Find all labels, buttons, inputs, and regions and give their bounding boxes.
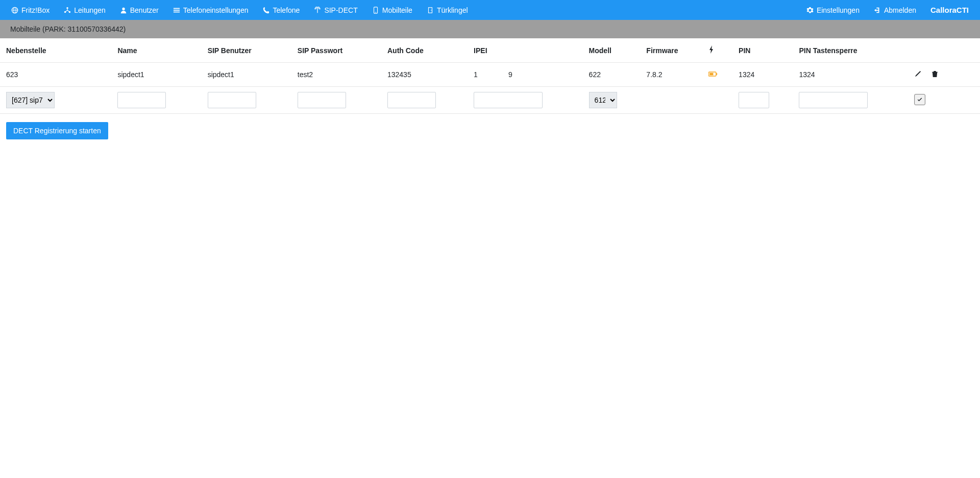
th-pin: PIN [732,38,793,63]
antenna-icon [314,7,321,14]
nav-label: Fritz!Box [21,6,50,14]
cell-new-nebenstelle: [627] sip7 [0,87,111,114]
nav-sip-dect[interactable]: SIP-DECT [307,0,364,20]
battery-icon [708,71,718,77]
cell-pin: 1324 [732,63,793,87]
th-auth-code: Auth Code [381,38,468,63]
check-icon [917,97,923,103]
name-input[interactable] [117,92,166,108]
pencil-icon [914,70,922,78]
ipei-input[interactable] [474,92,543,108]
cell-auth-code: 132435 [381,63,468,87]
nav-einstellungen[interactable]: Einstellungen [799,0,867,20]
table-row: 623 sipdect1 sipdect1 test2 132435 1 9 6… [0,63,980,87]
pin-input[interactable] [739,92,769,108]
sip-pass-input[interactable] [298,92,346,108]
svg-rect-8 [174,10,180,11]
th-nebenstelle: Nebenstelle [0,38,111,63]
table-header-row: Nebenstelle Name SIP Benutzer SIP Passwo… [0,38,980,63]
cell-pinlock: 1324 [793,63,908,87]
user-icon [120,7,127,14]
th-name: Name [111,38,201,63]
nav-right: Einstellungen Abmelden CalloraCTI [799,0,976,20]
phone-icon [262,7,270,14]
gear-icon [806,7,814,14]
bolt-icon [708,45,715,54]
nav-label: Telefoneinstellungen [183,6,249,14]
page-title: Mobilteile (PARK: 31100570336442) [0,20,980,38]
nav-label: Telefone [273,6,300,14]
nav-label: Türklingel [437,6,468,14]
device-icon [372,7,379,14]
th-firmware: Firmware [640,38,702,63]
modell-select[interactable]: 612 [589,92,617,108]
cell-nebenstelle: 623 [0,63,111,87]
th-sip-user: SIP Benutzer [202,38,291,63]
nav-fritzbox[interactable]: Fritz!Box [4,0,57,20]
cell-modell: 622 [583,63,641,87]
nav-left: Fritz!Box Leitungen Benutzer Telefoneins… [4,0,475,20]
ipei-a: 1 [474,70,478,79]
trash-icon [931,70,939,78]
mobilteile-table: Nebenstelle Name SIP Benutzer SIP Passwo… [0,38,980,114]
nav-mobilteile[interactable]: Mobilteile [365,0,420,20]
cell-battery [702,63,732,87]
svg-rect-16 [709,73,713,76]
nav-abmelden[interactable]: Abmelden [867,0,923,20]
nav-benutzer[interactable]: Benutzer [113,0,166,20]
svg-point-3 [66,7,68,9]
brand: CalloraCTI [923,6,976,14]
table-new-row: [627] sip7 612 [0,87,980,114]
settings-bars-icon [173,7,180,14]
th-actions [908,38,980,63]
nav-telefone[interactable]: Telefone [255,0,307,20]
nav-telefoneinstellungen[interactable]: Telefoneinstellungen [166,0,256,20]
nav-leitungen[interactable]: Leitungen [57,0,113,20]
svg-rect-15 [716,73,717,75]
nav-label: Benutzer [130,6,159,14]
nav-label: Einstellungen [817,6,860,14]
cell-firmware: 7.8.2 [640,63,702,87]
nebenstelle-select[interactable]: [627] sip7 [6,92,55,108]
nav-tuerklingel[interactable]: Türklingel [420,0,475,20]
dect-register-button[interactable]: DECT Registrierung starten [6,122,108,139]
nav-label: Abmelden [884,6,916,14]
logout-icon [874,7,881,14]
pinlock-input[interactable] [799,92,868,108]
sip-user-input[interactable] [208,92,256,108]
svg-point-11 [375,12,376,13]
top-navbar: Fritz!Box Leitungen Benutzer Telefoneins… [0,0,980,20]
cell-name: sipdect1 [111,63,201,87]
network-icon [64,7,71,14]
globe-icon [11,7,18,14]
th-sip-pass: SIP Passwort [291,38,381,63]
confirm-button[interactable] [914,94,925,105]
th-ipei: IPEI [468,38,583,63]
nav-label: SIP-DECT [324,6,357,14]
svg-rect-7 [174,8,180,9]
th-power [702,38,732,63]
ipei-b: 9 [508,70,512,79]
cell-actions [908,63,980,87]
svg-point-6 [122,7,125,10]
door-icon [427,7,434,14]
nav-label: Mobilteile [382,6,412,14]
cell-sip-user: sipdect1 [202,63,291,87]
cell-ipei: 1 9 [468,63,583,87]
svg-point-13 [431,10,432,11]
th-modell: Modell [583,38,641,63]
auth-code-input[interactable] [387,92,436,108]
edit-button[interactable] [914,70,922,78]
delete-button[interactable] [931,70,939,78]
cell-sip-pass: test2 [291,63,381,87]
nav-label: Leitungen [74,6,106,14]
svg-rect-9 [174,11,180,12]
th-pinlock: PIN Tastensperre [793,38,908,63]
